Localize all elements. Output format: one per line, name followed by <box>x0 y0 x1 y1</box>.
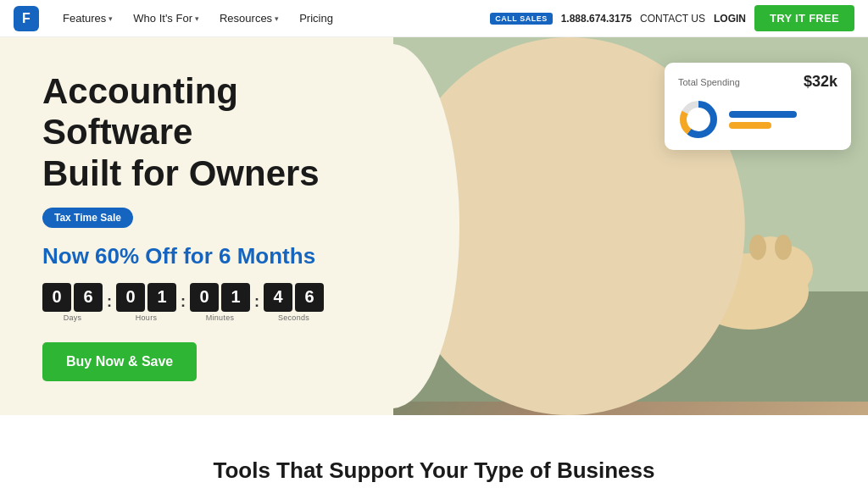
days-label: Days <box>64 313 82 322</box>
nav-pricing[interactable]: Pricing <box>291 7 342 30</box>
spending-widget: Total Spending $32k <box>665 63 851 150</box>
bar-yellow <box>729 122 771 129</box>
countdown-timer: 0 6 Days : 0 1 Hours : 0 1 <box>42 283 381 322</box>
svg-point-10 <box>754 245 813 296</box>
seconds-label: Seconds <box>278 313 309 322</box>
call-sales-badge[interactable]: CALL SALES <box>490 13 552 25</box>
countdown-days: 0 6 Days <box>42 283 103 322</box>
svg-rect-1 <box>393 291 868 402</box>
separator-1: : <box>107 293 112 311</box>
svg-rect-7 <box>525 207 652 287</box>
minutes-digit-2: 1 <box>221 283 250 312</box>
nav-resources[interactable]: Resources ▾ <box>211 7 287 30</box>
tax-sale-badge[interactable]: Tax Time Sale <box>42 208 133 228</box>
contact-us-link[interactable]: CONTACT US <box>640 13 705 25</box>
tools-heading: Tools That Support Your Type of Business <box>17 458 851 484</box>
spending-title: Total Spending <box>678 77 740 87</box>
seconds-digit-1: 4 <box>264 283 292 312</box>
discount-text: Now 60% Off for 6 Months <box>42 243 381 269</box>
spending-chart <box>678 99 837 140</box>
svg-point-6 <box>573 86 637 150</box>
phone-number[interactable]: 1.888.674.3175 <box>561 13 632 25</box>
svg-rect-3 <box>504 247 514 290</box>
svg-point-5 <box>563 126 648 219</box>
svg-point-17 <box>690 111 707 128</box>
nav-who-its-for[interactable]: Who It's For ▾ <box>125 7 208 30</box>
separator-2: : <box>181 293 186 311</box>
nav-features[interactable]: Features ▾ <box>54 7 121 30</box>
hero-image: Total Spending $32k <box>393 37 868 415</box>
svg-point-9 <box>690 253 809 330</box>
separator-3: : <box>254 293 259 311</box>
chevron-down-icon: ▾ <box>275 14 279 23</box>
minutes-digit-1: 0 <box>190 283 219 312</box>
chevron-down-icon: ▾ <box>195 14 199 23</box>
svg-rect-2 <box>478 241 698 247</box>
countdown-seconds: 4 6 Seconds <box>264 283 324 322</box>
hours-digit-2: 1 <box>147 283 176 312</box>
hours-label: Hours <box>136 313 158 322</box>
chevron-down-icon: ▾ <box>108 14 113 23</box>
svg-point-13 <box>775 235 792 260</box>
svg-point-11 <box>752 236 789 270</box>
days-digit-2: 6 <box>74 283 103 312</box>
svg-rect-8 <box>529 211 648 283</box>
spending-amount: $32k <box>804 73 837 91</box>
days-digit-1: 0 <box>42 283 71 312</box>
donut-chart-icon <box>678 99 719 140</box>
chart-bars <box>729 111 837 129</box>
buy-now-button[interactable]: Buy Now & Save <box>42 342 197 381</box>
logo[interactable]: F <box>14 6 39 31</box>
hours-digit-1: 0 <box>116 283 145 312</box>
bar-blue <box>729 111 797 118</box>
login-link[interactable]: LOGIN <box>714 13 746 25</box>
svg-point-12 <box>749 235 766 260</box>
seconds-digit-2: 6 <box>295 283 324 312</box>
nav-right: CALL SALES 1.888.674.3175 CONTACT US LOG… <box>490 5 854 31</box>
nav-links: Features ▾ Who It's For ▾ Resources ▾ Pr… <box>54 7 342 30</box>
countdown-hours: 0 1 Hours <box>116 283 176 322</box>
hero-content: Accounting Software Built for Owners Tax… <box>0 37 424 415</box>
hero-heading: Accounting Software Built for Owners <box>42 71 381 194</box>
tools-section: Tools That Support Your Type of Business <box>0 415 868 488</box>
try-free-button[interactable]: TRY IT FREE <box>754 5 854 31</box>
countdown-minutes: 0 1 Minutes <box>190 283 250 322</box>
svg-rect-4 <box>663 247 673 290</box>
navbar: F Features ▾ Who It's For ▾ Resources ▾ … <box>0 0 868 37</box>
minutes-label: Minutes <box>206 313 235 322</box>
hero-section: Accounting Software Built for Owners Tax… <box>0 37 868 415</box>
